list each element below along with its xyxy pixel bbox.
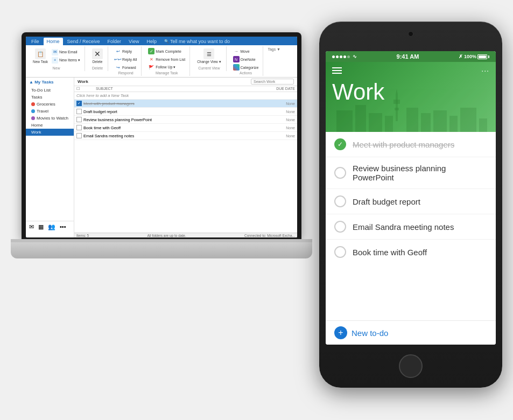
new-task-button[interactable]: 📋 New Task xyxy=(31,47,50,65)
phone-task-check-2 xyxy=(334,195,346,207)
dot-3 xyxy=(340,55,342,58)
svg-rect-8 xyxy=(355,105,366,132)
sidebar-item-groceries[interactable]: Groceries xyxy=(26,101,74,108)
sidebar-item-tasks[interactable]: Tasks xyxy=(26,94,74,101)
phone-screen: ∿ 9:41 AM ✗ 100% xyxy=(326,51,496,345)
task-4-name: Email Sandra meeting notes xyxy=(83,134,134,138)
laptop-body xyxy=(11,242,312,258)
dot-2 xyxy=(336,55,339,58)
ribbon-tab-search[interactable]: 🔍 Tell me what you want to do xyxy=(161,38,233,45)
reply-button[interactable]: ↩ Reply xyxy=(114,47,138,55)
laptop: File Home Send / Receive Folder View Hel… xyxy=(11,32,312,258)
task-2-cell: Review business planning PowerPoint xyxy=(76,117,286,122)
hamburger-menu[interactable] xyxy=(332,67,342,74)
manage-group-label: Manage Task xyxy=(156,71,178,75)
task-row-3[interactable]: Book time with Geoff None xyxy=(74,124,297,132)
people-icon[interactable]: 👥 xyxy=(48,223,55,230)
outlook-sidebar: ▲ My Tasks To-Do List Tasks Groceries Tr… xyxy=(26,78,74,237)
delete-button[interactable]: ✕ Delete xyxy=(90,47,104,65)
sidebar-item-travel[interactable]: Travel xyxy=(26,108,74,115)
onenote-button[interactable]: N OneNote xyxy=(232,55,260,63)
phone-task-item-1[interactable]: Review business planning PowerPoint xyxy=(326,157,496,189)
categorize-button[interactable]: Categorize xyxy=(232,64,260,71)
task-2-due: None xyxy=(286,118,295,122)
new-small-buttons: ✉ New Email + New Items ▾ xyxy=(51,48,81,64)
task-0-due: None xyxy=(286,102,295,106)
connection-text: Connected to: Microsoft Excha... xyxy=(244,234,295,237)
new-email-button[interactable]: ✉ New Email xyxy=(51,48,81,56)
outlook-ribbon: File Home Send / Receive Folder View Hel… xyxy=(26,37,297,45)
svg-rect-7 xyxy=(336,110,353,132)
task-3-check xyxy=(76,125,82,130)
task-row-0[interactable]: ✓ Meet with product managers None xyxy=(74,100,297,108)
hamburger-line-2 xyxy=(332,70,342,71)
follow-up-button[interactable]: 🚩 Follow Up ▾ xyxy=(147,64,186,71)
new-todo-label: New to-do xyxy=(352,328,388,338)
battery-bar: ✗ 100% xyxy=(459,54,489,59)
new-todo-button[interactable]: + xyxy=(334,326,347,339)
task-row-2[interactable]: Review business planning PowerPoint None xyxy=(74,116,297,124)
task-1-cell: Draft budget report xyxy=(76,109,286,114)
phone-app-header: ··· Work xyxy=(326,62,496,132)
phone-task-item-0[interactable]: ✓ Meet with product managers xyxy=(326,132,496,157)
phone-task-item-4[interactable]: Book time with Geoff xyxy=(326,240,496,264)
laptop-screen-outer: File Home Send / Receive Folder View Hel… xyxy=(22,32,301,240)
more-icon[interactable]: ••• xyxy=(60,223,66,230)
remove-from-list-button[interactable]: ✕ Remove from List xyxy=(147,55,186,63)
task-4-check xyxy=(76,133,82,138)
task-row-1[interactable]: Draft budget report None xyxy=(74,108,297,116)
dot-4 xyxy=(343,55,346,58)
task-0-name: Meet with product managers xyxy=(83,101,135,106)
task-1-name: Draft budget report xyxy=(83,109,117,114)
svg-rect-15 xyxy=(460,108,476,132)
forward-button[interactable]: ↪ Forward xyxy=(114,64,138,71)
task-3-due: None xyxy=(286,126,295,130)
ribbon-tab-file[interactable]: File xyxy=(28,38,43,45)
calendar-icon[interactable]: ▦ xyxy=(38,223,44,230)
checkbox-header: ☐ xyxy=(76,87,80,91)
ribbon-tab-sendreceive[interactable]: Send / Receive xyxy=(64,38,103,45)
reply-all-button[interactable]: ↩↩ Reply All xyxy=(114,55,138,63)
ribbon-group-respond: ↩ Reply ↩↩ Reply All ↪ Forward xyxy=(110,46,142,76)
sidebar-header: ▲ My Tasks xyxy=(26,78,74,87)
phone-task-item-2[interactable]: Draft budget report xyxy=(326,189,496,214)
ribbon-bar: 📋 New Task ✉ New Email + xyxy=(26,45,297,78)
sidebar-item-todolist[interactable]: To-Do List xyxy=(26,87,74,94)
phone-home-button[interactable] xyxy=(399,354,423,378)
svg-rect-13 xyxy=(433,110,447,132)
more-options-button[interactable]: ··· xyxy=(481,66,489,75)
ribbon-tabs: File Home Send / Receive Folder View Hel… xyxy=(28,38,295,45)
task-3-name: Book time with Geoff xyxy=(83,125,121,130)
task-0-cell: ✓ Meet with product managers xyxy=(76,101,286,106)
ribbon-tab-view[interactable]: View xyxy=(125,38,142,45)
hamburger-line-3 xyxy=(332,73,342,74)
new-group-label: New xyxy=(53,66,60,70)
task-row-4[interactable]: Email Sandra meeting notes None xyxy=(74,132,297,140)
sidebar-item-work[interactable]: Work xyxy=(26,129,74,136)
status-bar: Items: 5 All folders are up to date. Con… xyxy=(74,233,297,237)
add-task-row[interactable]: Click here to add a New Task xyxy=(74,92,297,100)
ribbon-tab-help[interactable]: Help xyxy=(143,38,160,45)
new-items-button[interactable]: + New Items ▾ xyxy=(51,57,81,64)
phone-task-text-3: Email Sandra meeting notes xyxy=(353,222,454,232)
change-view-button[interactable]: ☰ Change View ▾ xyxy=(195,47,222,65)
phone-task-text-1: Review business planning PowerPoint xyxy=(353,164,487,182)
mark-complete-button[interactable]: ✓ Mark Complete xyxy=(147,47,186,55)
sidebar-item-home[interactable]: Home xyxy=(26,122,74,129)
mail-icon[interactable]: ✉ xyxy=(29,223,34,230)
add-task-label: Click here to add a New Task xyxy=(76,93,295,98)
phone-status-bar: ∿ 9:41 AM ✗ 100% xyxy=(326,51,496,62)
task-4-cell: Email Sandra meeting notes xyxy=(76,133,286,138)
move-button[interactable]: → Move xyxy=(232,47,260,55)
battery-fill xyxy=(479,55,486,58)
task-1-check xyxy=(76,109,82,114)
ribbon-tab-home[interactable]: Home xyxy=(44,38,63,45)
travel-dot xyxy=(31,109,35,113)
ribbon-group-actions: → Move N OneNote Categorize xyxy=(229,46,264,76)
search-input[interactable] xyxy=(251,79,294,85)
phone-task-item-3[interactable]: Email Sandra meeting notes xyxy=(326,214,496,240)
ribbon-tab-folder[interactable]: Folder xyxy=(104,38,125,45)
sidebar-item-movies[interactable]: Movies to Watch xyxy=(26,115,74,122)
respond-buttons: ↩ Reply ↩↩ Reply All ↪ Forward xyxy=(114,47,138,71)
svg-rect-6 xyxy=(395,108,399,110)
